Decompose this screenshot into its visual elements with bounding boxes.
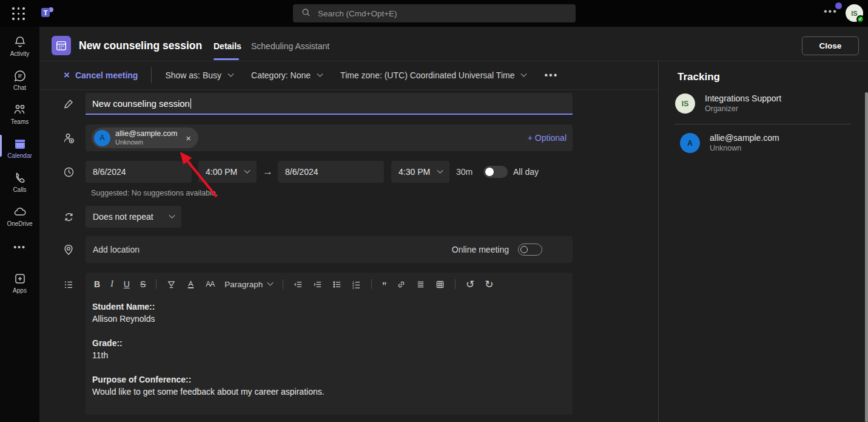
title-value: New counseling session — [92, 98, 190, 109]
attendee-email: allie@sample.com — [115, 129, 177, 138]
active-indicator — [0, 135, 2, 157]
chevron-down-icon — [521, 70, 527, 77]
bullet-list-button[interactable] — [332, 280, 341, 289]
paragraph-label: Paragraph — [224, 280, 263, 289]
end-time-dropdown[interactable]: 4:30 PM — [391, 161, 449, 183]
chevron-down-icon — [169, 212, 175, 218]
ellipsis-icon: ••• — [13, 242, 26, 252]
insert-table-button[interactable] — [436, 280, 445, 289]
repeat-dropdown[interactable]: Does not repeat — [86, 206, 181, 228]
avatar-initials: IS — [851, 10, 857, 17]
vertical-scrollbar[interactable] — [865, 92, 868, 422]
attendee-avatar: A — [94, 130, 110, 146]
sidebar-item-more[interactable]: ••• — [0, 242, 39, 252]
chat-icon — [13, 69, 27, 83]
user-avatar[interactable]: IS ✓ — [846, 4, 863, 22]
end-date-input[interactable]: 8/6/2024 — [278, 161, 384, 183]
all-day-toggle[interactable] — [483, 166, 508, 178]
highlight-button[interactable] — [167, 280, 176, 289]
font-color-button[interactable] — [186, 280, 195, 289]
close-button[interactable]: Close — [802, 36, 859, 55]
sidebar-item-teams[interactable]: Teams — [0, 103, 39, 125]
search-placeholder: Search (Cmd+Opt+E) — [318, 9, 397, 18]
calendar-icon — [13, 137, 27, 151]
tracking-panel: Tracking IS Integrations Support Organiz… — [659, 61, 868, 422]
edit-pencil-icon — [62, 98, 75, 110]
online-meeting-toggle[interactable] — [518, 243, 542, 256]
start-date-value: 8/6/2024 — [93, 167, 126, 177]
chevron-down-icon — [244, 167, 251, 173]
strikethrough-button[interactable]: S — [140, 279, 146, 289]
bold-button[interactable]: B — [94, 279, 100, 289]
insert-link-button[interactable] — [397, 280, 406, 289]
sidebar-item-label: Apps — [13, 287, 27, 294]
formatting-toolbar: B I U S AA Paragraph — [86, 273, 573, 296]
sidebar-item-label: Activity — [10, 50, 30, 57]
start-time-dropdown[interactable]: 4:00 PM — [198, 161, 257, 183]
main-panel: New counseling session Details Schedulin… — [39, 27, 868, 422]
start-date-input[interactable]: 8/6/2024 — [86, 161, 192, 183]
agenda-list-icon — [62, 279, 75, 291]
toggle-knob — [520, 246, 528, 253]
redo-button[interactable]: ↻ — [485, 278, 493, 291]
sidebar-item-calendar[interactable]: Calendar — [0, 137, 39, 159]
notification-dot — [835, 2, 842, 9]
undo-button[interactable]: ↺ — [466, 278, 474, 291]
location-input[interactable]: Add location Online meeting — [86, 236, 573, 263]
chevron-down-icon — [317, 70, 323, 77]
remove-attendee-icon[interactable]: × — [186, 133, 191, 143]
people-icon — [13, 103, 27, 117]
sidebar-item-apps[interactable]: Apps — [0, 272, 39, 294]
sidebar-item-activity[interactable]: Activity — [0, 35, 39, 57]
app-launcher-icon[interactable] — [12, 7, 25, 21]
add-optional-attendees-link[interactable]: + Optional — [528, 133, 567, 143]
time-zone-dropdown[interactable]: Time zone: (UTC) Coordinated Universal T… — [340, 70, 526, 80]
start-time-value: 4:00 PM — [206, 167, 237, 177]
title-input[interactable]: New counseling session — [86, 93, 573, 115]
time-suggestion-text: Suggested: No suggestions available. — [91, 189, 218, 197]
command-bar: × Cancel meeting Show as: Busy Category:… — [39, 61, 658, 90]
cancel-meeting-button[interactable]: × Cancel meeting — [64, 69, 138, 81]
description-editor[interactable]: B I U S AA Paragraph — [86, 273, 573, 415]
indent-button[interactable] — [313, 280, 322, 289]
line-spacing-button[interactable] — [416, 280, 425, 289]
tab-scheduling-assistant[interactable]: Scheduling Assistant — [251, 41, 329, 51]
category-label: Category: None — [251, 70, 311, 80]
sidebar-item-label: Calendar — [7, 152, 32, 159]
tab-details[interactable]: Details — [214, 41, 241, 51]
location-pin-icon — [62, 243, 75, 256]
attendee-chip[interactable]: A allie@sample.com Unknown × — [92, 128, 198, 148]
presence-available-icon: ✓ — [856, 15, 864, 23]
person-role: Organizer — [705, 104, 781, 114]
show-as-dropdown[interactable]: Show as: Busy — [165, 70, 233, 80]
tracking-title: Tracking — [678, 71, 720, 83]
outdent-button[interactable] — [294, 280, 303, 289]
font-size-button[interactable]: AA — [206, 280, 214, 288]
show-as-label: Show as: Busy — [165, 70, 221, 80]
meeting-editor: × Cancel meeting Show as: Busy Category:… — [39, 61, 658, 422]
sidebar-item-onedrive[interactable]: OneDrive — [0, 205, 39, 227]
apps-plus-icon — [13, 272, 27, 285]
attendees-field[interactable]: A allie@sample.com Unknown × + Optional — [86, 124, 573, 151]
sidebar-item-calls[interactable]: Calls — [0, 171, 39, 193]
divider — [455, 279, 456, 289]
blockquote-button[interactable]: ” — [382, 279, 386, 290]
divider — [156, 279, 156, 289]
underline-button[interactable]: U — [124, 279, 130, 289]
italic-button[interactable]: I — [110, 279, 113, 289]
sidebar-item-label: Teams — [11, 118, 29, 125]
paragraph-style-dropdown[interactable]: Paragraph — [224, 280, 272, 289]
add-attendee-icon — [62, 132, 75, 144]
top-bar: T Search (Cmd+Opt+E) ••• IS ✓ — [0, 0, 868, 27]
svg-text:3: 3 — [352, 287, 354, 289]
more-commands-icon[interactable]: ••• — [544, 70, 558, 81]
category-dropdown[interactable]: Category: None — [251, 70, 322, 80]
description-text: Allison Reynolds — [92, 313, 566, 325]
bell-icon — [13, 35, 27, 49]
description-body[interactable]: Student Name:: Allison Reynolds Grade:: … — [86, 296, 573, 403]
calendar-event-icon — [52, 36, 71, 55]
search-input[interactable]: Search (Cmd+Opt+E) — [293, 4, 576, 22]
numbered-list-button[interactable]: 1 2 3 — [352, 280, 361, 289]
search-icon — [301, 8, 311, 19]
sidebar-item-chat[interactable]: Chat — [0, 69, 39, 91]
